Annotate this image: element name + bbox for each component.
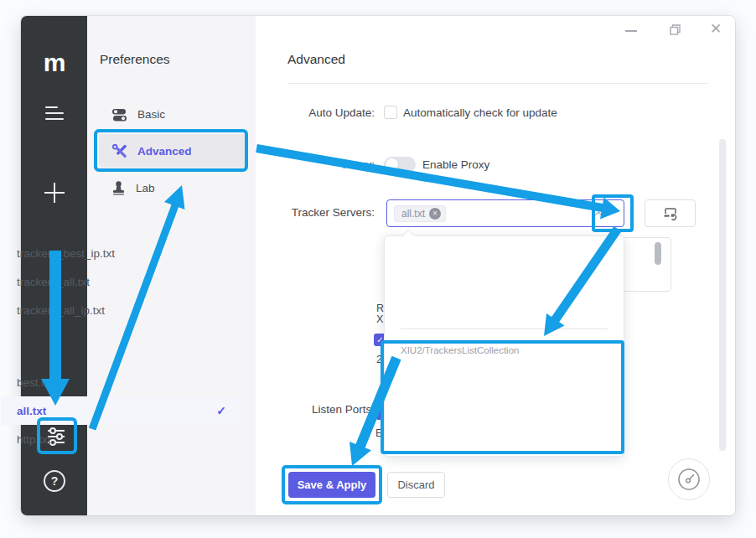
toggle-knob <box>386 158 398 171</box>
obscured-text-fragment: X <box>376 313 383 325</box>
annotation-box-advanced-nav <box>94 129 248 172</box>
preferences-title: Preferences <box>100 52 170 67</box>
listen-ports-label: Listen Ports: <box>274 403 375 416</box>
annotation-box-select-chevron <box>592 194 634 232</box>
stamp-icon <box>112 181 125 195</box>
proxy-option-text: Enable Proxy <box>422 158 489 171</box>
selected-tag-label: all.txt <box>401 208 425 220</box>
close-button[interactable]: ✕ <box>707 20 725 39</box>
nav-item-basic[interactable]: Basic <box>99 97 246 131</box>
main-scrollbar[interactable] <box>719 139 726 451</box>
discard-button[interactable]: Discard <box>387 472 445 498</box>
tag-remove-icon[interactable]: × <box>429 208 441 220</box>
tracker-servers-label: Tracker Servers: <box>274 206 375 219</box>
sync-trackers-button[interactable] <box>645 199 696 227</box>
minimize-button[interactable] <box>620 23 642 38</box>
motrix-logo: m <box>40 48 69 78</box>
sync-list-icon <box>663 207 678 220</box>
dropdown-divider <box>401 328 608 329</box>
annotation-box-save-button <box>282 465 382 504</box>
dropdown-option[interactable]: best.txt <box>1 368 240 396</box>
auto-update-option-text: Automatically check for update <box>403 106 557 119</box>
nav-item-lab[interactable]: Lab <box>99 171 246 204</box>
dropdown-option[interactable]: trackers_best_ip.txt <box>1 239 240 267</box>
task-list-icon[interactable] <box>45 106 64 122</box>
tracker-servers-select[interactable]: all.txt × <box>386 199 624 227</box>
title-divider <box>287 83 708 84</box>
speedometer-icon <box>676 467 702 492</box>
proxy-toggle[interactable] <box>384 157 416 173</box>
nav-label-basic: Basic <box>137 108 165 121</box>
obscured-text-fragment: R <box>376 303 384 314</box>
auto-update-label: Auto Update: <box>274 106 375 119</box>
speed-limit-button[interactable] <box>668 458 710 500</box>
minimize-icon <box>625 30 637 32</box>
auto-update-checkbox[interactable] <box>384 106 397 119</box>
restore-icon <box>666 23 685 38</box>
annotation-box-dropdown-group <box>381 340 624 454</box>
dropdown-option[interactable]: trackers_all.txt <box>1 267 240 296</box>
nav-label-lab: Lab <box>136 182 155 194</box>
help-icon[interactable]: ? <box>44 470 65 492</box>
add-task-icon[interactable] <box>44 183 65 203</box>
proxy-label: Proxy: <box>274 158 375 171</box>
toggles-icon <box>112 107 127 122</box>
dropdown-option[interactable]: trackers_all_ip.txt <box>1 296 240 324</box>
selected-tag: all.txt × <box>394 205 446 222</box>
restore-button[interactable] <box>666 23 685 38</box>
annotation-box-settings-icon <box>37 417 77 454</box>
check-icon: ✓ <box>216 404 226 417</box>
page-title: Advanced <box>287 52 345 67</box>
textarea-scrollbar[interactable] <box>655 242 661 265</box>
